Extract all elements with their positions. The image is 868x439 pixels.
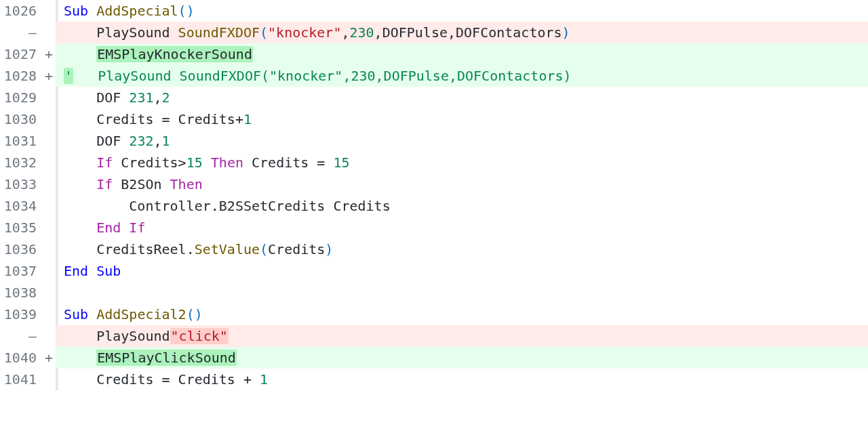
code-content: CreditsReel.SetValue(Credits) <box>58 238 868 260</box>
line-number: 1041 <box>0 369 42 390</box>
code-content: If B2SOn Then <box>58 173 868 195</box>
line-number: 1027 <box>0 43 42 65</box>
diff-line: 1026Sub AddSpecial() <box>0 0 868 22</box>
code-content: PlaySound SoundFXDOF("knocker",230,DOFPu… <box>58 22 868 43</box>
line-number: 1032 <box>0 152 42 173</box>
line-number: 1026 <box>0 0 42 22</box>
code-content: DOF 231,2 <box>58 87 868 108</box>
diff-line: 1030 Credits = Credits+1 <box>0 108 868 130</box>
diff-line: 1036 CreditsReel.SetValue(Credits) <box>0 238 868 260</box>
line-number: 1037 <box>0 260 42 282</box>
diff-view: 1026Sub AddSpecial()— PlaySound SoundFXD… <box>0 0 868 390</box>
diff-line: 1034 Controller.B2SSetCredits Credits <box>0 195 868 217</box>
line-number: 1035 <box>0 217 42 238</box>
line-number: 1036 <box>0 238 42 260</box>
diff-line: 1032 If Credits>15 Then Credits = 15 <box>0 152 868 173</box>
diff-line: 1035 End If <box>0 217 868 238</box>
code-content <box>58 282 868 304</box>
diff-marker <box>42 108 56 130</box>
diff-line: 1041 Credits = Credits + 1 <box>0 369 868 390</box>
diff-line: — PlaySound SoundFXDOF("knocker",230,DOF… <box>0 22 868 43</box>
code-content: Controller.B2SSetCredits Credits <box>58 195 868 217</box>
diff-marker <box>42 173 56 195</box>
code-content: Credits = Credits+1 <box>58 108 868 130</box>
diff-marker <box>42 217 56 238</box>
diff-line: 1040+ EMSPlayClickSound <box>0 347 868 369</box>
diff-marker <box>42 238 56 260</box>
code-content: Sub AddSpecial() <box>58 0 868 22</box>
diff-marker <box>42 195 56 217</box>
line-number: 1031 <box>0 130 42 152</box>
line-number: 1029 <box>0 87 42 108</box>
line-number: 1030 <box>0 108 42 130</box>
code-content: End If <box>58 217 868 238</box>
diff-line: 1033 If B2SOn Then <box>0 173 868 195</box>
diff-line: 1039Sub AddSpecial2() <box>0 304 868 325</box>
diff-marker <box>42 282 56 304</box>
diff-line: 1031 DOF 232,1 <box>0 130 868 152</box>
diff-line: — PlaySound"click" <box>0 325 868 347</box>
line-number: 1034 <box>0 195 42 217</box>
diff-marker <box>42 130 56 152</box>
line-number: 1039 <box>0 304 42 325</box>
diff-marker: + <box>42 65 56 87</box>
diff-marker <box>42 0 56 22</box>
line-number: 1038 <box>0 282 42 304</box>
diff-marker: + <box>42 347 56 369</box>
code-content: PlaySound"click" <box>58 325 868 347</box>
code-content: Credits = Credits + 1 <box>58 369 868 390</box>
code-content: If Credits>15 Then Credits = 15 <box>58 152 868 173</box>
diff-marker <box>42 369 56 390</box>
code-content: End Sub <box>58 260 868 282</box>
line-number: — <box>0 22 42 43</box>
diff-marker <box>42 304 56 325</box>
diff-marker <box>42 152 56 173</box>
diff-line: 1028+' PlaySound SoundFXDOF("knocker",23… <box>0 65 868 87</box>
line-number: 1028 <box>0 65 42 87</box>
line-number: 1040 <box>0 347 42 369</box>
code-content: Sub AddSpecial2() <box>58 304 868 325</box>
diff-line: 1038 <box>0 282 868 304</box>
code-content: EMSPlayKnockerSound <box>58 43 868 65</box>
diff-line: 1029 DOF 231,2 <box>0 87 868 108</box>
diff-marker <box>42 22 56 43</box>
diff-marker <box>42 325 56 347</box>
diff-line: 1037End Sub <box>0 260 868 282</box>
code-content: EMSPlayClickSound <box>58 347 868 369</box>
line-number: — <box>0 325 42 347</box>
diff-marker: + <box>42 43 56 65</box>
diff-marker <box>42 260 56 282</box>
code-content: ' PlaySound SoundFXDOF("knocker",230,DOF… <box>58 65 868 87</box>
code-content: DOF 232,1 <box>58 130 868 152</box>
diff-marker <box>42 87 56 108</box>
diff-line: 1027+ EMSPlayKnockerSound <box>0 43 868 65</box>
line-number: 1033 <box>0 173 42 195</box>
